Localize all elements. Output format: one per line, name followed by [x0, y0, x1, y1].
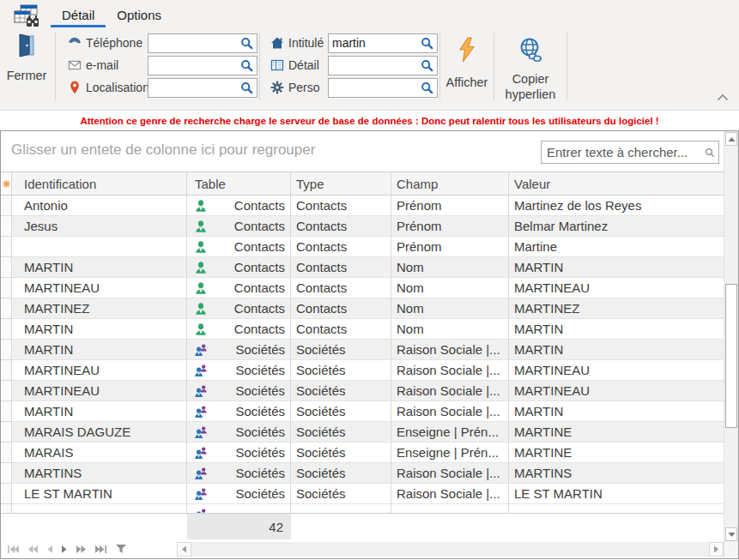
next-page-icon[interactable]: [76, 545, 87, 554]
last-record-icon[interactable]: [94, 545, 107, 554]
table-cell[interactable]: Sociétés: [187, 484, 291, 504]
valeur-cell[interactable]: Martine: [509, 237, 724, 257]
table-cell[interactable]: Contacts: [187, 278, 291, 298]
table-row[interactable]: LE ST MARTIN Sociétés Sociétés Raison So…: [1, 484, 724, 504]
next-record-icon[interactable]: [61, 545, 68, 554]
identification-cell[interactable]: LE ST MARTIN: [12, 484, 187, 504]
table-cell[interactable]: Sociétés: [187, 340, 291, 360]
column-header-champ[interactable]: Champ: [391, 172, 509, 195]
vertical-scrollbar[interactable]: [724, 131, 738, 558]
table-row[interactable]: Jesus Contacts Contacts Prénom Belmar Ma…: [1, 216, 724, 237]
identification-cell[interactable]: MARTINEZ: [12, 298, 187, 319]
valeur-cell[interactable]: LE ST MARTIN: [509, 484, 724, 504]
search-icon[interactable]: [237, 34, 257, 52]
table-row[interactable]: MARTINEAU Contacts Contacts Nom MARTINEA…: [1, 278, 724, 298]
tab-detail[interactable]: Détail: [51, 2, 106, 27]
table-row[interactable]: MARAIS DAGUZE Sociétés Sociétés Enseigne…: [1, 422, 724, 443]
table-cell[interactable]: Sociétés: [187, 381, 291, 401]
table-row[interactable]: MARTINEAU Sociétés Sociétés Raison Socia…: [1, 360, 724, 381]
champ-cell[interactable]: Nom: [391, 319, 509, 340]
scroll-up-arrow-icon[interactable]: [725, 132, 737, 146]
search-icon[interactable]: [701, 148, 718, 158]
type-cell[interactable]: Contacts: [291, 237, 391, 257]
perso-input[interactable]: [329, 81, 417, 94]
valeur-cell[interactable]: Belmar Martinez: [509, 216, 724, 237]
table-row[interactable]: Contacts Contacts Prénom Martine: [1, 237, 724, 257]
previous-record-icon[interactable]: [46, 545, 53, 554]
type-cell[interactable]: Sociétés: [291, 484, 391, 504]
search-icon[interactable]: [237, 57, 257, 75]
identification-cell[interactable]: MARAIS DAGUZE: [12, 422, 187, 443]
champ-cell[interactable]: Prénom: [391, 216, 509, 237]
table-cell[interactable]: Contacts: [187, 237, 291, 257]
table-row[interactable]: MARTIN Sociétés Sociétés Raison Sociale …: [1, 401, 724, 422]
table-cell[interactable]: Contacts: [187, 196, 291, 216]
champ-cell[interactable]: Prénom: [391, 196, 509, 216]
table-row[interactable]: MARAIS Sociétés Sociétés Enseigne | Prén…: [1, 443, 724, 463]
group-by-panel[interactable]: Glisser un entete de colonne ici pour re…: [1, 131, 724, 172]
valeur-cell[interactable]: MARTINEAU: [509, 278, 724, 298]
valeur-cell[interactable]: MARTINS: [509, 463, 724, 484]
identification-cell[interactable]: MARTINEAU: [12, 278, 187, 298]
type-cell[interactable]: Contacts: [291, 298, 391, 319]
type-cell[interactable]: Sociétés: [291, 360, 391, 381]
type-cell[interactable]: Sociétés: [291, 443, 391, 463]
table-cell[interactable]: Sociétés: [187, 463, 291, 484]
grid-search-input[interactable]: [542, 145, 701, 160]
identification-cell[interactable]: MARTIN: [12, 340, 187, 360]
column-header-identification[interactable]: Identification: [12, 172, 187, 195]
valeur-cell[interactable]: MARTIN: [509, 319, 724, 340]
type-cell[interactable]: Sociétés: [291, 340, 391, 360]
table-row[interactable]: MARTINEZ Contacts Contacts Nom MARTINEZ: [1, 298, 724, 319]
valeur-cell[interactable]: [509, 504, 724, 513]
type-cell[interactable]: Contacts: [291, 278, 391, 298]
table-cell[interactable]: Contacts: [187, 257, 291, 278]
table-row[interactable]: [1, 504, 724, 513]
search-icon[interactable]: [417, 34, 437, 52]
identification-cell[interactable]: MARTINS: [12, 463, 187, 484]
champ-cell[interactable]: Raison Sociale |...: [391, 340, 509, 360]
table-cell[interactable]: Contacts: [187, 216, 291, 237]
identification-cell[interactable]: Jesus: [12, 216, 187, 237]
column-header-type[interactable]: Type: [291, 172, 391, 195]
table-cell[interactable]: Sociétés: [187, 443, 291, 463]
valeur-cell[interactable]: Martinez de los Reyes: [509, 196, 724, 216]
champ-cell[interactable]: Enseigne | Prén...: [391, 443, 509, 463]
champ-cell[interactable]: Raison Sociale |...: [391, 484, 509, 504]
type-cell[interactable]: Contacts: [291, 319, 391, 340]
valeur-cell[interactable]: MARTIN: [509, 401, 724, 422]
valeur-cell[interactable]: MARTIN: [509, 340, 724, 360]
table-row[interactable]: MARTIN Sociétés Sociétés Raison Sociale …: [1, 340, 724, 360]
type-cell[interactable]: Sociétés: [291, 463, 391, 484]
valeur-cell[interactable]: MARTIN: [509, 257, 724, 278]
table-cell[interactable]: Contacts: [187, 298, 291, 319]
first-record-icon[interactable]: [7, 545, 20, 554]
scroll-right-arrow-icon[interactable]: [709, 542, 724, 557]
table-cell[interactable]: Contacts: [187, 319, 291, 340]
champ-cell[interactable]: Nom: [391, 257, 509, 278]
tab-options[interactable]: Options: [106, 2, 173, 27]
filter-funnel-icon[interactable]: [115, 544, 127, 554]
champ-cell[interactable]: Nom: [391, 298, 509, 319]
scroll-left-arrow-icon[interactable]: [177, 542, 191, 557]
champ-cell[interactable]: Prénom: [391, 237, 509, 257]
champ-cell[interactable]: [391, 504, 509, 513]
identification-cell[interactable]: MARTINEAU: [12, 381, 187, 401]
champ-cell[interactable]: Raison Sociale |...: [391, 360, 509, 381]
valeur-cell[interactable]: MARTINEAU: [509, 360, 724, 381]
identification-cell[interactable]: MARTIN: [12, 319, 187, 340]
vertical-scrollbar-thumb[interactable]: [725, 284, 737, 428]
champ-cell[interactable]: Nom: [391, 278, 509, 298]
type-cell[interactable]: Sociétés: [291, 401, 391, 422]
table-cell[interactable]: Sociétés: [187, 422, 291, 443]
table-row[interactable]: MARTIN Contacts Contacts Nom MARTIN: [1, 257, 724, 278]
column-header-valeur[interactable]: Valeur: [509, 172, 724, 195]
type-cell[interactable]: Contacts: [291, 196, 391, 216]
valeur-cell[interactable]: MARTINE: [509, 443, 724, 463]
champ-cell[interactable]: Raison Sociale |...: [391, 381, 509, 401]
valeur-cell[interactable]: MARTINE: [509, 422, 724, 443]
valeur-cell[interactable]: MARTINEAU: [509, 381, 724, 401]
type-cell[interactable]: [291, 504, 391, 513]
horizontal-scrollbar[interactable]: [177, 542, 724, 557]
identification-cell[interactable]: [12, 237, 187, 257]
